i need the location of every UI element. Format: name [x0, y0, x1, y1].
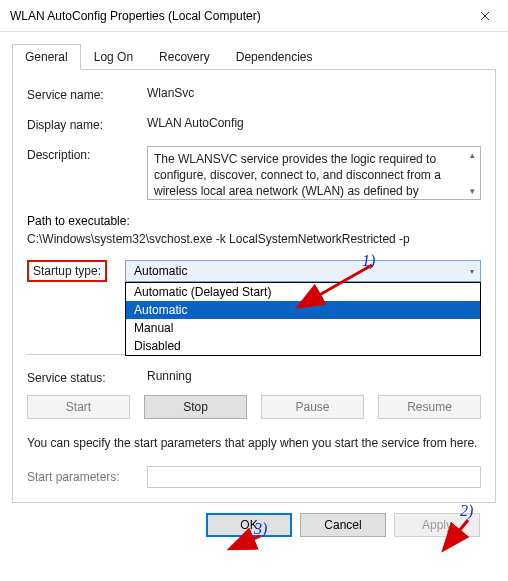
desc-scroll-up-icon[interactable]: ▴: [466, 149, 478, 161]
dropdown-item-automatic[interactable]: Automatic: [126, 301, 480, 319]
close-button[interactable]: [462, 0, 508, 32]
pause-button: Pause: [261, 395, 364, 419]
titlebar: WLAN AutoConfig Properties (Local Comput…: [0, 0, 508, 32]
tab-panel-general: Service name: WlanSvc Display name: WLAN…: [12, 70, 496, 503]
display-name-value: WLAN AutoConfig: [147, 116, 481, 130]
cancel-button[interactable]: Cancel: [300, 513, 386, 537]
description-box: The WLANSVC service provides the logic r…: [147, 146, 481, 200]
start-button: Start: [27, 395, 130, 419]
help-text: You can specify the start parameters tha…: [27, 435, 481, 452]
tab-general[interactable]: General: [12, 44, 81, 70]
tab-dependencies[interactable]: Dependencies: [223, 44, 326, 69]
tab-log-on[interactable]: Log On: [81, 44, 146, 69]
stop-button[interactable]: Stop: [144, 395, 247, 419]
start-params-label: Start parameters:: [27, 470, 147, 484]
tab-bar: General Log On Recovery Dependencies: [12, 44, 496, 70]
service-status-label: Service status:: [27, 369, 147, 385]
description-text: The WLANSVC service provides the logic r…: [154, 152, 441, 198]
tab-recovery[interactable]: Recovery: [146, 44, 223, 69]
desc-scroll-down-icon[interactable]: ▾: [466, 185, 478, 197]
service-name-label: Service name:: [27, 86, 147, 102]
dropdown-item-delayed[interactable]: Automatic (Delayed Start): [126, 283, 480, 301]
close-icon: [480, 11, 490, 21]
startup-type-combo[interactable]: Automatic ▾ Automatic (Delayed Start) Au…: [125, 260, 481, 282]
dropdown-item-disabled[interactable]: Disabled: [126, 337, 480, 355]
startup-type-label: Startup type:: [27, 260, 107, 282]
description-label: Description:: [27, 146, 147, 162]
startup-selected-text: Automatic: [134, 264, 187, 278]
service-name-value: WlanSvc: [147, 86, 481, 100]
dropdown-item-manual[interactable]: Manual: [126, 319, 480, 337]
chevron-down-icon: ▾: [470, 267, 474, 276]
startup-dropdown: Automatic (Delayed Start) Automatic Manu…: [125, 282, 481, 356]
ok-button[interactable]: OK: [206, 513, 292, 537]
startup-type-display[interactable]: Automatic ▾: [125, 260, 481, 282]
service-status-value: Running: [147, 369, 481, 385]
apply-button[interactable]: Apply: [394, 513, 480, 537]
window-title: WLAN AutoConfig Properties (Local Comput…: [10, 9, 462, 23]
path-value: C:\Windows\system32\svchost.exe -k Local…: [27, 232, 481, 246]
resume-button: Resume: [378, 395, 481, 419]
display-name-label: Display name:: [27, 116, 147, 132]
start-params-input: [147, 466, 481, 488]
path-label: Path to executable:: [27, 214, 481, 228]
